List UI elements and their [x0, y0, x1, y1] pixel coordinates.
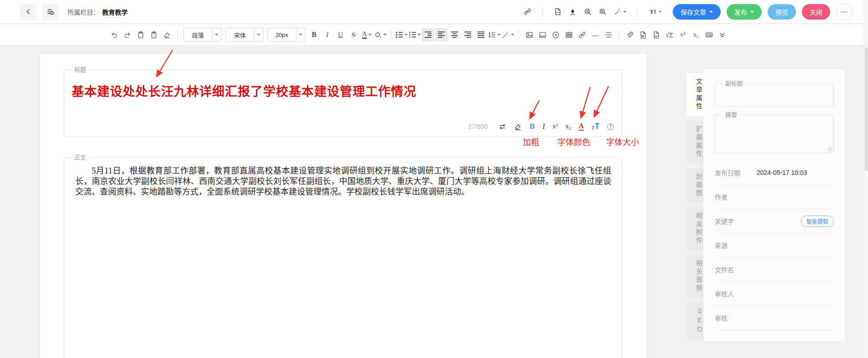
- align-left-icon[interactable]: [435, 28, 447, 42]
- ink-pen-icon[interactable]: [569, 8, 577, 16]
- horizontal-rule-icon[interactable]: —: [589, 28, 602, 42]
- album-icon[interactable]: [536, 28, 549, 42]
- more-tools-icon[interactable]: [716, 28, 728, 42]
- chevron-down-icon: [404, 34, 408, 37]
- underline-icon[interactable]: U: [334, 28, 347, 42]
- doc-export-icon[interactable]: DOC: [554, 8, 561, 16]
- header-tools: DOC错敏T: [524, 7, 662, 16]
- superscript-icon[interactable]: x²: [676, 28, 689, 42]
- clear-format-icon[interactable]: [161, 28, 173, 42]
- panel-tab-封面图[interactable]: 封面图: [687, 168, 703, 203]
- body-field[interactable]: 正文 5月11日，根据教育部工作部署，教育部直属高校基本建设管理实地调研组到校开…: [64, 157, 623, 358]
- article-list-button[interactable]: [42, 4, 58, 20]
- nav-buttons: [20, 4, 58, 20]
- svg-text:PDF: PDF: [655, 35, 658, 37]
- panel-tab-SEO[interactable]: SEO: [687, 302, 703, 340]
- author-field[interactable]: 作者: [715, 185, 834, 209]
- html-source-icon[interactable]: HTML: [703, 28, 715, 42]
- align-center-icon[interactable]: [448, 28, 461, 42]
- title-italic-icon[interactable]: I: [542, 122, 545, 131]
- keywords-field[interactable]: 关键字智能提取: [715, 209, 834, 233]
- save-article-button[interactable]: 保存文章: [673, 4, 721, 20]
- strikethrough-icon[interactable]: S: [348, 28, 360, 42]
- highlight-color-icon[interactable]: [374, 28, 387, 42]
- table-icon[interactable]: [563, 28, 575, 42]
- top-bar: 所属栏目： 教育教学 DOC错敏T 保存文章发布预览关闭●●●: [0, 0, 868, 24]
- subtitle-input[interactable]: 副标题: [715, 83, 834, 107]
- unordered-list-icon[interactable]: [409, 28, 421, 42]
- chevron-down-icon: [623, 11, 627, 15]
- page-scrollbar[interactable]: [864, 0, 868, 358]
- review-field[interactable]: 审核: [715, 306, 834, 330]
- title-superscript-icon[interactable]: x²: [552, 123, 557, 130]
- filename-field[interactable]: 文件名: [715, 258, 834, 282]
- title-bold-icon[interactable]: B: [530, 122, 535, 131]
- video-icon[interactable]: [550, 28, 562, 42]
- format-brush-icon[interactable]: [502, 28, 515, 42]
- chevron-down-icon: [215, 34, 218, 37]
- pdf-import-icon[interactable]: PDF: [650, 28, 662, 42]
- font-size-select-value: 20px: [268, 32, 296, 38]
- svg-text:敏: 敏: [601, 10, 603, 13]
- category-value: 教育教学: [102, 7, 128, 16]
- image-icon[interactable]: [523, 28, 535, 42]
- summary-input[interactable]: 摘要: [715, 115, 834, 153]
- svg-text:错: 错: [586, 10, 588, 13]
- subtitle-input-label: 副标题: [722, 79, 746, 87]
- article-title-text[interactable]: 基本建设处处长汪九林详细汇报了学校基本建设管理工作情况: [72, 82, 416, 100]
- title-clear-format-icon[interactable]: [514, 123, 522, 131]
- page-break-icon[interactable]: [603, 28, 615, 42]
- link-icon[interactable]: [576, 28, 588, 42]
- word-import-icon[interactable]: [637, 28, 649, 42]
- source-field[interactable]: 来源: [715, 233, 834, 258]
- typo-check-icon[interactable]: 错: [584, 8, 592, 16]
- italic-icon[interactable]: I: [321, 28, 333, 42]
- subscript-icon[interactable]: x₂: [690, 28, 702, 42]
- font-color-icon[interactable]: A: [361, 28, 373, 42]
- resize-handle-icon[interactable]: [827, 147, 832, 151]
- paste-icon[interactable]: [135, 28, 147, 42]
- reviewer-field-label: 审核人: [715, 289, 734, 298]
- ai-assistant-icon[interactable]: [614, 8, 627, 16]
- publish-button[interactable]: 发布: [727, 4, 762, 20]
- bold-icon[interactable]: B: [308, 28, 320, 42]
- font-family-select[interactable]: 宋体: [225, 28, 264, 42]
- panel-tab-相关附件[interactable]: 相关附件: [687, 207, 703, 250]
- smart-extract-button[interactable]: 智能提取: [801, 216, 834, 227]
- panel-tab-相关音频[interactable]: 相关音频: [687, 255, 703, 298]
- scrollbar-thumb[interactable]: [865, 47, 868, 171]
- panel-tab-文章属性[interactable]: 文章属性: [687, 73, 703, 116]
- title-subscript-icon[interactable]: x₂: [566, 123, 571, 130]
- title-font-size-icon[interactable]: T: [592, 122, 599, 131]
- close-button[interactable]: 关闭: [802, 4, 830, 20]
- align-right-icon[interactable]: [462, 28, 474, 42]
- ordered-list-icon[interactable]: [395, 28, 408, 42]
- first-line-indent-icon[interactable]: [422, 28, 434, 42]
- title-field[interactable]: 标题 基本建设处处长汪九林详细汇报了学校基本建设管理工作情况 27/600 BI…: [64, 69, 623, 137]
- svg-text:T: T: [650, 9, 654, 15]
- paragraph-select[interactable]: 段落: [183, 28, 222, 42]
- panel-tab-扩展属性[interactable]: 扩展属性: [687, 121, 703, 163]
- article-editor-page: 所属栏目： 教育教学 DOC错敏T 保存文章发布预览关闭●●● T段落宋体20p…: [0, 0, 868, 358]
- redo-icon[interactable]: [121, 28, 134, 42]
- title-font-color-icon[interactable]: A: [579, 122, 584, 131]
- font-size-select[interactable]: 20px: [267, 28, 306, 42]
- insert-link-icon[interactable]: [524, 8, 531, 16]
- preview-button[interactable]: 预览: [768, 4, 796, 20]
- publish-date-field[interactable]: 发布日期2024-05-17 10:03: [715, 161, 834, 185]
- text-style-icon[interactable]: T: [649, 8, 662, 16]
- article-body-text[interactable]: 5月11日，根据教育部工作部署，教育部直属高校基本建设管理实地调研组到校开展实地…: [64, 158, 622, 197]
- sensitive-check-icon[interactable]: 敏: [599, 8, 607, 16]
- reviewer-field[interactable]: 审核人: [715, 282, 834, 306]
- svg-text:DOC: DOC: [556, 11, 560, 14]
- paste-special-icon[interactable]: T: [148, 28, 160, 42]
- title-clear-spaces-icon[interactable]: [499, 123, 506, 131]
- back-button[interactable]: [20, 4, 36, 20]
- attachment-icon[interactable]: [624, 28, 636, 42]
- more-actions-button[interactable]: ●●●: [836, 4, 852, 20]
- formula-icon[interactable]: √Σ: [663, 28, 676, 42]
- undo-icon[interactable]: [108, 28, 120, 42]
- title-help-icon[interactable]: ?: [607, 123, 614, 130]
- line-height-icon[interactable]: [488, 28, 501, 42]
- justify-icon[interactable]: [475, 28, 487, 42]
